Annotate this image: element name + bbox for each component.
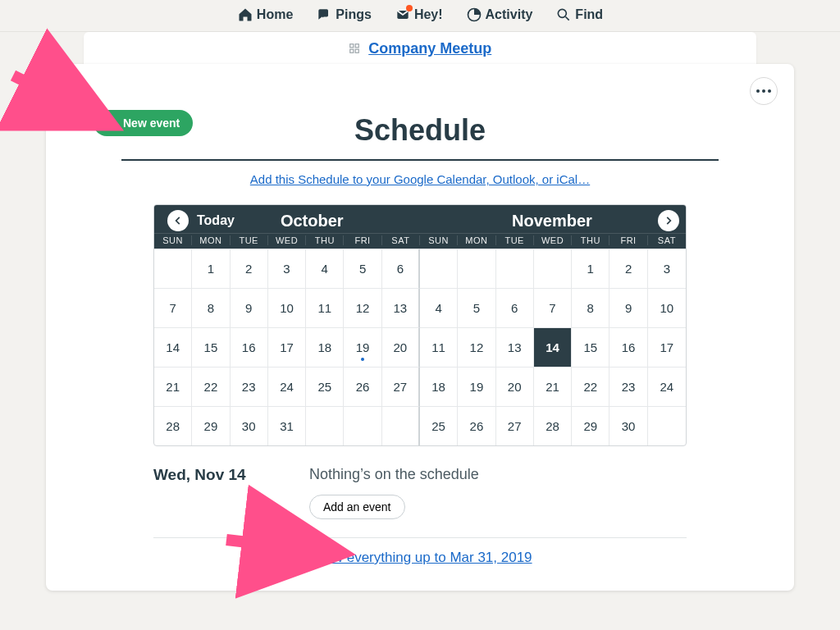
weekday-label: MON	[458, 235, 495, 245]
calendar-day[interactable]: 16	[609, 327, 647, 367]
calendar-day[interactable]: 18	[420, 367, 458, 406]
calendar-day: .	[420, 249, 458, 288]
calendar-day[interactable]: 12	[458, 327, 495, 367]
schedule-card: New event Schedule Add this Schedule to …	[46, 64, 794, 591]
calendar-day[interactable]: 24	[648, 367, 686, 406]
calendar-day[interactable]: 20	[496, 367, 534, 406]
breadcrumb-link[interactable]: Company Meetup	[368, 40, 491, 57]
calendar-day[interactable]: 12	[344, 288, 381, 327]
calendar-day[interactable]: 11	[306, 288, 344, 327]
calendar-day[interactable]: 4	[306, 249, 344, 288]
calendar-day[interactable]: 29	[572, 406, 609, 445]
calendar-day[interactable]: 7	[154, 288, 192, 327]
calendar-day: .	[648, 406, 686, 445]
calendar-day[interactable]: 3	[268, 249, 306, 288]
calendar-day: .	[496, 249, 534, 288]
calendar-day[interactable]: 16	[231, 327, 268, 367]
calendar-day[interactable]: 6	[496, 288, 534, 327]
weekday-label: TUE	[231, 235, 268, 245]
notification-dot	[406, 5, 413, 11]
calendar-day[interactable]: 8	[572, 288, 609, 327]
plus-icon	[107, 117, 118, 129]
calendar-day[interactable]: 22	[572, 367, 609, 406]
calendar-day: .	[458, 249, 495, 288]
calendar-day[interactable]: 19	[344, 327, 381, 367]
calendar-day[interactable]: 22	[192, 367, 230, 406]
calendar-day[interactable]: 14	[154, 327, 192, 367]
calendar-day[interactable]: 2	[231, 249, 268, 288]
svg-rect-3	[355, 44, 358, 48]
today-label[interactable]: Today	[197, 213, 235, 228]
calendar-day[interactable]: 9	[609, 288, 647, 327]
calendar-day[interactable]: 26	[458, 406, 495, 445]
nav-home[interactable]: Home	[237, 7, 293, 23]
calendar-day[interactable]: 21	[534, 367, 572, 406]
calendar-day[interactable]: 15	[572, 327, 609, 367]
calendar-day[interactable]: 14	[534, 327, 572, 367]
calendar-day[interactable]: 13	[382, 288, 420, 327]
new-event-button[interactable]: New event	[94, 110, 193, 136]
calendar-day[interactable]: 29	[192, 406, 230, 445]
nav-pings[interactable]: Pings	[316, 7, 372, 23]
pings-icon	[316, 7, 332, 23]
calendar-day[interactable]: 11	[420, 327, 458, 367]
calendar-day[interactable]: 30	[231, 406, 268, 445]
calendar-day[interactable]: 6	[382, 249, 420, 288]
more-options-button[interactable]	[750, 77, 778, 105]
sync-calendar-link[interactable]: Add this Schedule to your Google Calenda…	[84, 172, 756, 186]
calendar-day[interactable]: 17	[648, 327, 686, 367]
project-icon	[349, 43, 360, 57]
calendar-day[interactable]: 23	[231, 367, 268, 406]
calendar-day[interactable]: 28	[154, 406, 192, 445]
agenda: Wed, Nov 14 Nothing’s on the schedule Ad…	[153, 466, 687, 566]
calendar-day[interactable]: 30	[609, 406, 647, 445]
calendar-day[interactable]: 18	[306, 327, 344, 367]
calendar-day[interactable]: 15	[192, 327, 230, 367]
weekday-label: SAT	[648, 235, 686, 245]
calendar-day[interactable]: 10	[648, 288, 686, 327]
calendar-day[interactable]: 24	[268, 367, 306, 406]
calendar-day[interactable]: 1	[572, 249, 609, 288]
calendar-day[interactable]: 20	[382, 327, 420, 367]
prev-month-button[interactable]	[167, 210, 189, 231]
weekday-label: MON	[192, 235, 230, 245]
calendar-day[interactable]: 1	[192, 249, 230, 288]
new-event-label: New event	[123, 116, 180, 130]
calendar-header: Today October November SUNMONTUEWEDTHUFR…	[154, 205, 686, 249]
calendar-day[interactable]: 27	[382, 367, 420, 406]
calendar-day[interactable]: 4	[420, 288, 458, 327]
nav-label: Pings	[336, 7, 372, 22]
calendar-day[interactable]: 26	[344, 367, 381, 406]
calendar-day[interactable]: 19	[458, 367, 495, 406]
calendar-day[interactable]: 3	[648, 249, 686, 288]
nav-hey[interactable]: Hey!	[395, 7, 443, 23]
calendar-day[interactable]: 25	[306, 367, 344, 406]
calendar-day[interactable]: 10	[268, 288, 306, 327]
calendar-day[interactable]: 31	[268, 406, 306, 445]
calendar-day[interactable]: 2	[609, 249, 647, 288]
calendar-day[interactable]: 23	[609, 367, 647, 406]
calendar-day: .	[154, 249, 192, 288]
next-month-button[interactable]	[658, 210, 679, 231]
calendar-day[interactable]: 8	[192, 288, 230, 327]
calendar-day[interactable]: 25	[420, 406, 458, 445]
calendar-day[interactable]: 27	[496, 406, 534, 445]
add-event-button[interactable]: Add an event	[309, 495, 405, 519]
search-icon	[555, 7, 572, 23]
nav-activity[interactable]: Activity	[466, 7, 533, 23]
nav-label: Activity	[486, 7, 533, 22]
calendar-day[interactable]: 13	[496, 327, 534, 367]
calendar-day[interactable]: 5	[344, 249, 381, 288]
show-everything-link[interactable]: Show everything up to Mar 31, 2019	[153, 550, 687, 566]
calendar-day[interactable]: 5	[458, 288, 495, 327]
calendar-day[interactable]: 7	[534, 288, 572, 327]
calendar-day[interactable]: 28	[534, 406, 572, 445]
calendar-day[interactable]: 17	[268, 327, 306, 367]
nav-find[interactable]: Find	[555, 7, 603, 23]
calendar-day[interactable]: 21	[154, 367, 192, 406]
month-right: November	[446, 212, 658, 231]
weekday-label: WED	[534, 235, 572, 245]
agenda-date: Wed, Nov 14	[153, 466, 276, 484]
calendar-day[interactable]: 9	[231, 288, 268, 327]
weekday-row: SUNMONTUEWEDTHUFRISATSUNMONTUEWEDTHUFRIS…	[154, 233, 686, 249]
